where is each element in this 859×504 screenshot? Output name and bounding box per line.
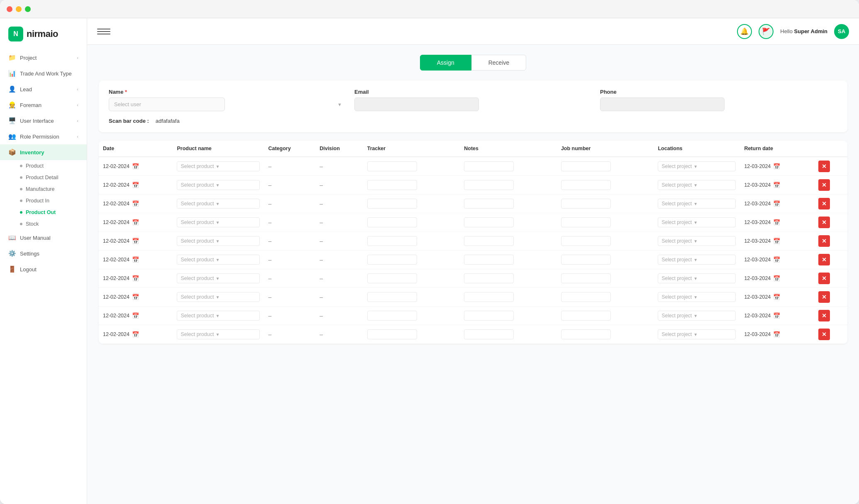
notification-btn[interactable]: 🔔 <box>737 24 752 39</box>
project-select[interactable]: Select project ▼ <box>658 180 736 190</box>
tracker-input[interactable] <box>367 217 417 227</box>
calendar-return-icon[interactable]: 📅 <box>773 163 780 170</box>
project-select[interactable]: Select project ▼ <box>658 311 736 321</box>
notes-input[interactable] <box>464 199 514 209</box>
project-select[interactable]: Select project ▼ <box>658 255 736 265</box>
delete-row-button[interactable]: ✕ <box>818 291 830 303</box>
delete-row-button[interactable]: ✕ <box>818 161 830 172</box>
subnav-stock[interactable]: Stock <box>15 218 87 230</box>
product-select[interactable]: Select product ▼ <box>177 329 260 339</box>
calendar-return-icon[interactable]: 📅 <box>773 182 780 188</box>
calendar-icon[interactable]: 📅 <box>132 219 139 226</box>
notes-input[interactable] <box>464 292 514 302</box>
notes-input[interactable] <box>464 311 514 321</box>
product-select[interactable]: Select product ▼ <box>177 311 260 321</box>
flag-btn[interactable]: 🚩 <box>759 24 774 39</box>
tracker-input[interactable] <box>367 292 417 302</box>
product-select[interactable]: Select product ▼ <box>177 273 260 283</box>
sidebar-item-role-permission[interactable]: 👥 Role Permission ‹ <box>0 129 87 144</box>
sidebar-item-settings[interactable]: ⚙️ Settings <box>0 246 87 261</box>
sidebar-item-user-interface[interactable]: 🖥️ User Interface ‹ <box>0 113 87 129</box>
sidebar-item-foreman[interactable]: 👷 Foreman ‹ <box>0 97 87 113</box>
tracker-input[interactable] <box>367 180 417 190</box>
delete-row-button[interactable]: ✕ <box>818 329 830 340</box>
project-select[interactable]: Select project ▼ <box>658 236 736 246</box>
notes-input[interactable] <box>464 329 514 339</box>
product-select[interactable]: Select product ▼ <box>177 217 260 227</box>
calendar-return-icon[interactable]: 📅 <box>773 312 780 319</box>
subnav-product-detail[interactable]: Product Detail <box>15 172 87 183</box>
calendar-icon[interactable]: 📅 <box>132 200 139 207</box>
delete-row-button[interactable]: ✕ <box>818 235 830 247</box>
calendar-return-icon[interactable]: 📅 <box>773 256 780 263</box>
job-number-input[interactable] <box>561 311 611 321</box>
product-select[interactable]: Select product ▼ <box>177 292 260 302</box>
calendar-icon[interactable]: 📅 <box>132 256 139 263</box>
tab-receive[interactable]: Receive <box>471 55 527 71</box>
sidebar-item-trade[interactable]: 📊 Trade And Work Type <box>0 66 87 81</box>
subnav-product-in[interactable]: Product In <box>15 195 87 207</box>
delete-row-button[interactable]: ✕ <box>818 198 830 209</box>
calendar-icon[interactable]: 📅 <box>132 238 139 244</box>
calendar-return-icon[interactable]: 📅 <box>773 331 780 338</box>
product-select[interactable]: Select product ▼ <box>177 199 260 209</box>
tracker-input[interactable] <box>367 255 417 265</box>
phone-input[interactable] <box>600 97 725 111</box>
job-number-input[interactable] <box>561 329 611 339</box>
delete-row-button[interactable]: ✕ <box>818 217 830 228</box>
tracker-input[interactable] <box>367 161 417 171</box>
project-select[interactable]: Select project ▼ <box>658 329 736 339</box>
notes-input[interactable] <box>464 161 514 171</box>
email-input[interactable] <box>354 97 479 111</box>
name-select[interactable]: Select user <box>109 97 225 111</box>
job-number-input[interactable] <box>561 161 611 171</box>
sidebar-item-lead[interactable]: 👤 Lead ‹ <box>0 81 87 97</box>
product-select[interactable]: Select product ▼ <box>177 180 260 190</box>
tracker-input[interactable] <box>367 273 417 283</box>
project-select[interactable]: Select project ▼ <box>658 199 736 209</box>
job-number-input[interactable] <box>561 236 611 246</box>
notes-input[interactable] <box>464 217 514 227</box>
calendar-return-icon[interactable]: 📅 <box>773 200 780 207</box>
calendar-return-icon[interactable]: 📅 <box>773 275 780 282</box>
calendar-icon[interactable]: 📅 <box>132 182 139 188</box>
sidebar-item-inventory[interactable]: 📦 Inventory <box>0 144 87 160</box>
calendar-return-icon[interactable]: 📅 <box>773 219 780 226</box>
notes-input[interactable] <box>464 255 514 265</box>
job-number-input[interactable] <box>561 180 611 190</box>
subnav-product-out[interactable]: Product Out <box>15 207 87 218</box>
sidebar-item-user-manual[interactable]: 📖 User Manual <box>0 230 87 246</box>
delete-row-button[interactable]: ✕ <box>818 310 830 321</box>
notes-input[interactable] <box>464 180 514 190</box>
calendar-icon[interactable]: 📅 <box>132 163 139 170</box>
project-select[interactable]: Select project ▼ <box>658 217 736 227</box>
calendar-icon[interactable]: 📅 <box>132 331 139 338</box>
job-number-input[interactable] <box>561 255 611 265</box>
sidebar-item-logout[interactable]: 🚪 Logout <box>0 261 87 277</box>
product-select[interactable]: Select product ▼ <box>177 255 260 265</box>
notes-input[interactable] <box>464 236 514 246</box>
calendar-icon[interactable]: 📅 <box>132 294 139 300</box>
maximize-btn[interactable] <box>25 6 31 12</box>
tracker-input[interactable] <box>367 236 417 246</box>
project-select[interactable]: Select project ▼ <box>658 292 736 302</box>
delete-row-button[interactable]: ✕ <box>818 254 830 265</box>
calendar-icon[interactable]: 📅 <box>132 275 139 282</box>
calendar-return-icon[interactable]: 📅 <box>773 294 780 300</box>
sidebar-item-project[interactable]: 📁 Project ‹ <box>0 50 87 66</box>
tracker-input[interactable] <box>367 311 417 321</box>
hamburger-menu[interactable] <box>97 25 110 38</box>
job-number-input[interactable] <box>561 199 611 209</box>
notes-input[interactable] <box>464 273 514 283</box>
tracker-input[interactable] <box>367 329 417 339</box>
delete-row-button[interactable]: ✕ <box>818 273 830 284</box>
tracker-input[interactable] <box>367 199 417 209</box>
subnav-manufacture[interactable]: Manufacture <box>15 183 87 195</box>
delete-row-button[interactable]: ✕ <box>818 179 830 191</box>
product-select[interactable]: Select product ▼ <box>177 161 260 171</box>
project-select[interactable]: Select project ▼ <box>658 273 736 283</box>
job-number-input[interactable] <box>561 273 611 283</box>
subnav-product[interactable]: Product <box>15 160 87 172</box>
close-btn[interactable] <box>7 6 12 12</box>
calendar-return-icon[interactable]: 📅 <box>773 238 780 244</box>
